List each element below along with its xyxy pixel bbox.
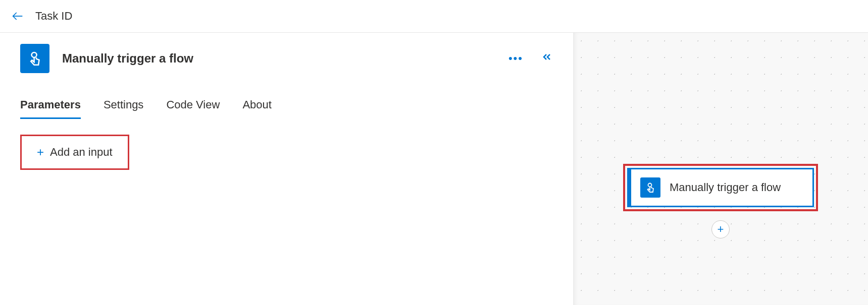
canvas-trigger-icon (640, 177, 660, 198)
canvas-node-highlight: Manually trigger a flow (623, 164, 818, 211)
tabs: Parameters Settings Code View About (20, 98, 553, 119)
tab-settings[interactable]: Settings (104, 98, 144, 119)
top-bar: Task ID (0, 0, 868, 33)
panel-header-right: ••• (508, 51, 553, 66)
touch-icon (26, 50, 43, 67)
add-step-button[interactable]: + (711, 220, 730, 238)
svg-point-2 (648, 184, 652, 187)
plus-icon: + (718, 223, 724, 236)
page-title: Task ID (35, 10, 72, 23)
flow-canvas[interactable]: Manually trigger a flow + (573, 33, 868, 305)
canvas-trigger-node[interactable]: Manually trigger a flow (627, 168, 814, 207)
panel-header: Manually trigger a flow ••• (20, 44, 553, 73)
ellipsis-icon: ••• (508, 52, 523, 65)
chevron-double-left-icon (541, 51, 553, 63)
back-arrow-icon (11, 9, 25, 23)
canvas-node-label: Manually trigger a flow (670, 180, 781, 195)
back-button[interactable] (8, 6, 28, 26)
tab-code-view[interactable]: Code View (166, 98, 220, 119)
properties-panel: Manually trigger a flow ••• Parameters S… (0, 33, 573, 305)
tab-parameters[interactable]: Parameters (20, 98, 81, 119)
main-layout: Manually trigger a flow ••• Parameters S… (0, 33, 868, 305)
plus-icon: + (37, 145, 44, 159)
tab-about[interactable]: About (242, 98, 272, 119)
collapse-button[interactable] (541, 51, 553, 66)
add-input-label: Add an input (50, 146, 113, 159)
touch-icon (644, 181, 656, 194)
trigger-icon (20, 44, 49, 73)
add-input-highlight: + Add an input (20, 135, 129, 170)
add-input-button[interactable]: + Add an input (37, 145, 113, 159)
trigger-title: Manually trigger a flow (62, 51, 193, 66)
svg-point-1 (32, 52, 37, 57)
panel-header-left: Manually trigger a flow (20, 44, 193, 73)
more-button[interactable]: ••• (508, 52, 523, 65)
